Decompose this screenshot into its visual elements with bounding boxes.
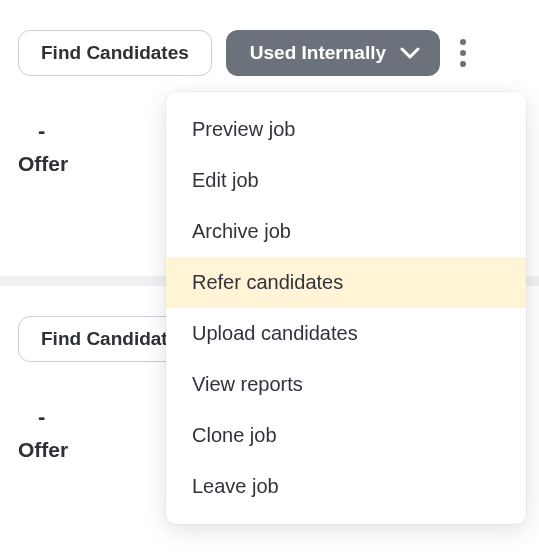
menu-item-view-reports[interactable]: View reports [166,359,526,410]
menu-item-preview-job[interactable]: Preview job [166,104,526,155]
menu-item-archive-job[interactable]: Archive job [166,206,526,257]
menu-item-leave-job[interactable]: Leave job [166,461,526,512]
menu-item-edit-job[interactable]: Edit job [166,155,526,206]
more-options-button[interactable] [454,31,472,75]
more-options-menu: Preview job Edit job Archive job Refer c… [166,92,526,524]
menu-item-clone-job[interactable]: Clone job [166,410,526,461]
status-label: Used Internally [250,42,386,64]
chevron-down-icon [400,46,420,60]
menu-item-upload-candidates[interactable]: Upload candidates [166,308,526,359]
actions-row: Find Candidates Used Internally [18,0,521,76]
kebab-dot [460,39,466,45]
kebab-dot [460,50,466,56]
kebab-dot [460,61,466,67]
status-dropdown-button[interactable]: Used Internally [226,30,440,76]
menu-item-refer-candidates[interactable]: Refer candidates [166,257,526,308]
find-candidates-button[interactable]: Find Candidates [18,30,212,76]
